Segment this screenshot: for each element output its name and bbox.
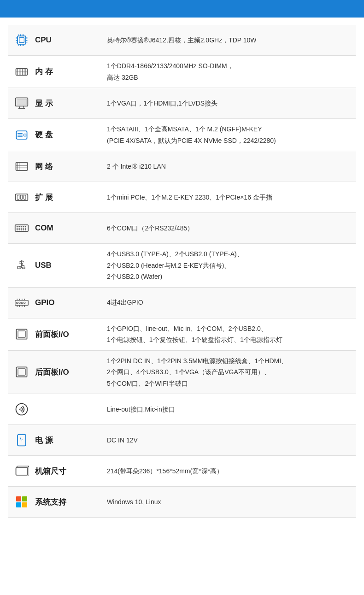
- table-row: 机箱尺寸214(带耳朵236）*156*52mm(宽*深*高）: [8, 456, 356, 487]
- svg-point-55: [25, 226, 26, 227]
- svg-point-50: [25, 228, 26, 229]
- table-row: Line-out接口,Mic-in接口: [8, 394, 356, 425]
- network-icon: [11, 156, 32, 177]
- table-row: COM6个COM口（2个RS232/485）: [8, 213, 356, 244]
- power-label: 电 源: [35, 435, 53, 446]
- table-row: USB4个USB3.0 (TYPE-A)、2个USB2.0 (TYPE-A)、 …: [8, 244, 356, 288]
- svg-rect-42: [17, 195, 19, 200]
- table-row: 硬 盘1个SATAIII、1个全高MSATA、1个 M.2 (NGFF)M-KE…: [8, 119, 356, 151]
- memory-icon: [11, 61, 32, 82]
- power-icon: [11, 430, 32, 451]
- table-row: 显 示1个VGA口，1个HDMI口,1个LVDS接头: [8, 88, 356, 119]
- chassis-label: 机箱尺寸: [35, 466, 66, 477]
- front-io-icon: [11, 324, 32, 345]
- svg-rect-30: [17, 99, 26, 105]
- memory-label: 内 存: [35, 66, 53, 77]
- svg-point-54: [23, 226, 24, 227]
- usb-icon: [11, 255, 32, 276]
- table-row: CPU英特尔®赛扬®J6412,四核，主频2.0GHz，TDP 10W: [8, 25, 356, 56]
- com-label: COM: [35, 224, 53, 233]
- com-value: 6个COM口（2个RS232/485）: [100, 213, 356, 244]
- hdd-icon: [11, 124, 32, 146]
- svg-point-65: [16, 302, 18, 304]
- usb-value: 4个USB3.0 (TYPE-A)、2个USB2.0 (TYPE-A)、 2个U…: [100, 244, 356, 288]
- chassis-icon: [11, 460, 32, 482]
- expansion-value: 1个mini PCIe、1个M.2 E-KEY 2230、1个PCIe×16 金…: [100, 182, 356, 213]
- table-row: 扩 展1个mini PCIe、1个M.2 E-KEY 2230、1个PCIe×1…: [8, 182, 356, 213]
- front-io-value: 1个GPIO口、line-out、Mic in、1个COM、2个USB2.0、 …: [100, 318, 356, 350]
- svg-point-56: [17, 229, 18, 230]
- table-row: 内 存1个DDR4-1866/2133/2400MHz SO-DIMM， 高达 …: [8, 56, 356, 88]
- svg-point-32: [23, 134, 26, 136]
- header: [0, 0, 364, 18]
- spec-table-container: CPU英特尔®赛扬®J6412,四核，主频2.0GHz，TDP 10W 内 存1…: [0, 18, 364, 525]
- svg-rect-78: [18, 331, 25, 337]
- svg-point-66: [19, 302, 21, 304]
- expansion-icon: [11, 187, 32, 208]
- table-row: 电 源DC IN 12V: [8, 425, 356, 456]
- cpu-value: 英特尔®赛扬®J6412,四核，主频2.0GHz，TDP 10W: [100, 25, 356, 56]
- svg-point-48: [21, 228, 22, 229]
- memory-value: 1个DDR4-1866/2133/2400MHz SO-DIMM， 高达 32G…: [100, 56, 356, 88]
- os-label: 系统支持: [35, 497, 66, 507]
- display-label: 显 示: [35, 98, 53, 109]
- rear-io-icon: [11, 361, 32, 383]
- network-label: 网 络: [35, 161, 53, 172]
- svg-point-46: [17, 228, 18, 229]
- network-value: 2 个 Intel® i210 LAN: [100, 151, 356, 182]
- svg-point-47: [18, 228, 20, 229]
- svg-point-53: [21, 226, 22, 227]
- audio-value: Line-out接口,Mic-in接口: [100, 394, 356, 425]
- svg-rect-44: [23, 195, 25, 200]
- table-row: GPIO4进4出GPIO: [8, 287, 356, 318]
- svg-point-68: [23, 302, 25, 304]
- expansion-label: 扩 展: [35, 192, 53, 203]
- svg-rect-43: [20, 195, 22, 200]
- rear-io-value: 1个2PIN DC IN、1个2PIN 3.5MM电源按钮接线盒、1个HDMI、…: [100, 350, 356, 394]
- display-value: 1个VGA口，1个HDMI口,1个LVDS接头: [100, 88, 356, 119]
- cpu-label: CPU: [35, 35, 52, 45]
- display-icon: [11, 93, 32, 114]
- usb-label: USB: [35, 261, 52, 270]
- power-value: DC IN 12V: [100, 425, 356, 456]
- chassis-value: 214(带耳朵236）*156*52mm(宽*深*高）: [100, 456, 356, 487]
- svg-rect-1: [19, 38, 24, 43]
- svg-point-52: [18, 226, 20, 227]
- hdd-value: 1个SATAIII、1个全高MSATA、1个 M.2 (NGFF)M-KEY (…: [100, 119, 356, 151]
- os-icon: [11, 491, 32, 513]
- table-row: 后面板I/O1个2PIN DC IN、1个2PIN 3.5MM电源按钮接线盒、1…: [8, 350, 356, 394]
- svg-rect-83: [16, 468, 28, 475]
- svg-point-67: [21, 302, 23, 304]
- svg-point-57: [18, 229, 20, 230]
- svg-rect-62: [23, 267, 25, 269]
- gpio-label: GPIO: [35, 298, 55, 307]
- front-io-label: 前面板I/O: [35, 329, 69, 340]
- svg-point-81: [16, 404, 28, 415]
- svg-rect-80: [18, 369, 25, 375]
- table-row: 系统支持Windows 10, Linux: [8, 487, 356, 518]
- svg-point-58: [21, 229, 22, 230]
- hdd-label: 硬 盘: [35, 130, 53, 140]
- audio-icon: [11, 399, 32, 420]
- gpio-icon: [11, 292, 32, 313]
- cpu-icon: [11, 29, 32, 51]
- spec-table: CPU英特尔®赛扬®J6412,四核，主频2.0GHz，TDP 10W 内 存1…: [8, 25, 356, 518]
- table-row: 前面板I/O1个GPIO口、line-out、Mic in、1个COM、2个US…: [8, 318, 356, 350]
- gpio-value: 4进4出GPIO: [100, 287, 356, 318]
- svg-point-51: [17, 226, 18, 227]
- svg-rect-64: [15, 300, 28, 305]
- svg-point-49: [23, 228, 24, 229]
- svg-rect-0: [18, 36, 26, 44]
- table-row: 网 络2 个 Intel® i210 LAN: [8, 151, 356, 182]
- com-icon: [11, 218, 32, 239]
- svg-point-60: [25, 229, 26, 230]
- svg-point-59: [23, 229, 24, 230]
- rear-io-label: 后面板I/O: [35, 367, 69, 377]
- os-value: Windows 10, Linux: [100, 487, 356, 518]
